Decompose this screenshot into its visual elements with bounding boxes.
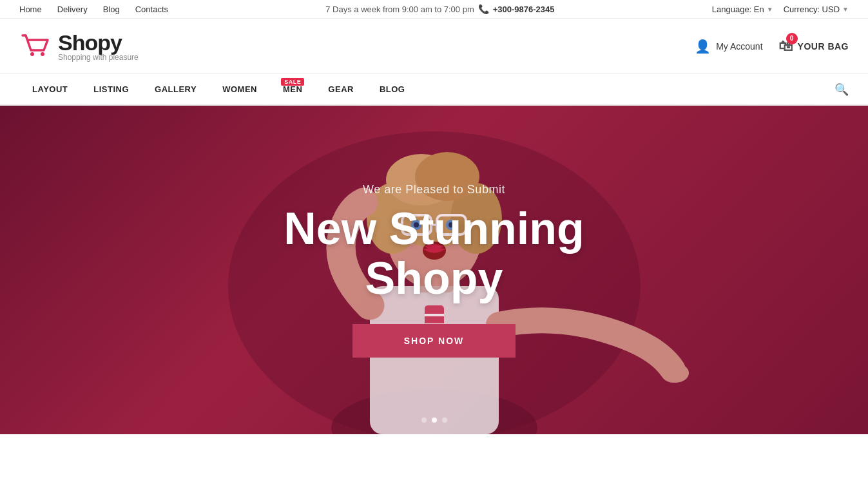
nav-blog[interactable]: Blog xyxy=(103,5,120,14)
logo-name: Shopy xyxy=(58,30,139,55)
schedule-phone: 7 Days a week from 9:00 am to 7:00 pm 📞 … xyxy=(325,4,554,14)
hero-title: New Stunning Shopy xyxy=(284,204,584,303)
language-chevron-icon: ▼ xyxy=(767,6,773,13)
phone-number: +300-9876-2345 xyxy=(493,5,555,14)
shop-now-button[interactable]: SHOP NOW xyxy=(352,324,516,358)
svg-point-0 xyxy=(30,52,34,56)
nav-gear[interactable]: GEAR xyxy=(315,74,367,104)
nav-layout[interactable]: LAYOUT xyxy=(19,74,81,104)
search-icon[interactable]: 🔍 xyxy=(834,82,849,97)
sale-badge: Sale xyxy=(281,78,304,86)
hero-title-line2: Shopy xyxy=(365,253,503,303)
logo-text: Shopy Shopping with pleasure xyxy=(58,30,139,62)
bag-count-badge: 0 xyxy=(786,33,798,44)
svg-point-1 xyxy=(41,52,44,56)
bag-label: YOUR BAG xyxy=(798,41,849,52)
svg-point-22 xyxy=(663,363,689,383)
nav-gallery[interactable]: GALLERY xyxy=(142,74,209,104)
language-selector[interactable]: Language: En ▼ xyxy=(712,5,773,14)
nav-delivery[interactable]: Delivery xyxy=(57,5,88,14)
main-nav: LAYOUT LISTING GALLERY WOMEN Sale MEN GE… xyxy=(0,74,868,106)
bag-icon-wrap: 🛍 0 xyxy=(778,38,793,55)
nav-blog[interactable]: BLOG xyxy=(367,74,418,104)
nav-men-label: MEN xyxy=(283,84,302,94)
phone-icon: 📞 xyxy=(478,4,489,14)
hero-title-line1: New Stunning xyxy=(284,204,584,254)
nav-women[interactable]: WOMEN xyxy=(209,74,270,104)
dot-3[interactable] xyxy=(442,417,447,423)
logo-tagline: Shopping with pleasure xyxy=(58,53,139,62)
nav-listing[interactable]: LISTING xyxy=(81,74,142,104)
dot-2[interactable] xyxy=(432,417,437,423)
schedule-text: 7 Days a week from 9:00 am to 7:00 pm xyxy=(325,5,474,14)
language-label: Language: En xyxy=(712,5,764,14)
dot-1[interactable] xyxy=(421,417,427,423)
hero-section: We are Pleased to Submit New Stunning Sh… xyxy=(0,106,868,434)
logo[interactable]: Shopy Shopping with pleasure xyxy=(19,30,139,62)
nav-items: LAYOUT LISTING GALLERY WOMEN Sale MEN GE… xyxy=(19,74,418,104)
account-label: My Account xyxy=(716,41,762,52)
nav-men[interactable]: Sale MEN xyxy=(270,74,315,104)
nav-home[interactable]: Home xyxy=(19,5,42,14)
currency-selector[interactable]: Currency: USD ▼ xyxy=(784,5,849,14)
my-account-link[interactable]: 👤 My Account xyxy=(695,39,762,54)
cart-icon xyxy=(19,32,52,61)
lang-currency: Language: En ▼ Currency: USD ▼ xyxy=(712,5,849,14)
hero-subtitle: We are Pleased to Submit xyxy=(363,183,505,197)
top-bar: Home Delivery Blog Contacts 7 Days a wee… xyxy=(0,0,868,19)
currency-chevron-icon: ▼ xyxy=(842,6,849,13)
account-icon: 👤 xyxy=(695,39,711,54)
bag-link[interactable]: 🛍 0 YOUR BAG xyxy=(778,38,849,55)
top-nav-links: Home Delivery Blog Contacts xyxy=(19,5,168,14)
hero-content: We are Pleased to Submit New Stunning Sh… xyxy=(284,183,584,358)
header-right: 👤 My Account 🛍 0 YOUR BAG xyxy=(695,38,849,55)
currency-label: Currency: USD xyxy=(784,5,840,14)
header: Shopy Shopping with pleasure 👤 My Accoun… xyxy=(0,19,868,74)
nav-contacts[interactable]: Contacts xyxy=(135,5,168,14)
hero-dots xyxy=(421,417,447,423)
